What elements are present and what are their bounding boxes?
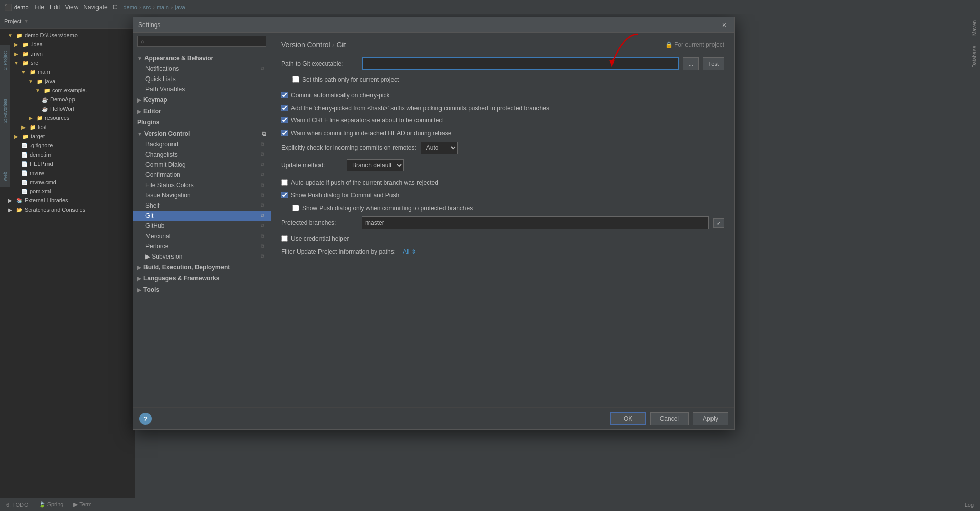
arrow-icon: ▶ — [12, 40, 20, 48]
protected-branches-input[interactable] — [362, 216, 709, 229]
apply-button[interactable]: Apply — [693, 412, 728, 425]
nav-item-confirmation[interactable]: Confirmation ⧉ — [133, 170, 271, 180]
cancel-button[interactable]: Cancel — [650, 412, 689, 425]
test-button[interactable]: Test — [703, 57, 724, 70]
tree-item-helloworld[interactable]: ☕ HelloWorl — [0, 104, 135, 113]
menu-navigate[interactable]: Navigate — [83, 4, 107, 11]
nav-copy-icon: ⧉ — [258, 243, 266, 249]
nav-item-perforce[interactable]: Perforce ⧉ — [133, 241, 271, 251]
cb-path-only[interactable] — [292, 76, 299, 83]
nav-section-build[interactable]: ▶ Build, Execution, Deployment — [133, 262, 271, 273]
cb-credential[interactable] — [281, 235, 288, 242]
folder-icon: 📁 — [36, 114, 44, 122]
nav-section-languages[interactable]: ▶ Languages & Frameworks — [133, 273, 271, 284]
settings-search-input[interactable] — [137, 36, 266, 47]
folder-icon: ▼ — [6, 31, 14, 39]
tree-item-help[interactable]: 📄 HELP.md — [0, 159, 135, 168]
settings-breadcrumb: Version Control › Git — [281, 41, 346, 49]
nav-item-background[interactable]: Background ⧉ — [133, 139, 271, 149]
nav-item-path-variables[interactable]: Path Variables — [133, 84, 271, 94]
tree-item-demo[interactable]: ▼ 📁 demo D:\Users\demo — [0, 31, 135, 40]
side-tab-favorites[interactable]: 2: Favorites — [2, 95, 9, 127]
expand-arrow: ▶ — [137, 276, 141, 282]
git-path-input[interactable] — [362, 57, 679, 70]
nav-section-vcs[interactable]: ▼ Version Control ⧉ — [133, 128, 271, 139]
bottom-tab-todo[interactable]: 6: TODO — [3, 501, 32, 509]
side-tab-project[interactable]: 1: Project — [2, 47, 9, 74]
for-project-label: 🔒 For current project — [665, 41, 724, 48]
cb-crlf-row: Warn if CRLF line separators are about t… — [281, 116, 724, 125]
nav-item-quick-lists[interactable]: Quick Lists — [133, 74, 271, 84]
nav-copy-icon: ⧉ — [258, 66, 266, 72]
tree-item-resources[interactable]: ▶ 📁 resources — [0, 113, 135, 122]
cb-cherry-suffix[interactable] — [281, 105, 288, 111]
nav-item-shelf[interactable]: Shelf ⧉ — [133, 200, 271, 211]
nav-item-issue-navigation[interactable]: Issue Navigation ⧉ — [133, 190, 271, 200]
tree-item-demoapp[interactable]: ☕ DemoApp — [0, 95, 135, 104]
tree-item-demo-iml[interactable]: 📄 demo.iml — [0, 150, 135, 159]
tree-item-idea[interactable]: ▶ 📁 .idea — [0, 40, 135, 49]
tree-item-main[interactable]: ▼ 📁 main — [0, 67, 135, 76]
nav-item-git[interactable]: Git ⧉ — [133, 211, 271, 221]
tree-item-src[interactable]: ▼ 📁 src — [0, 58, 135, 67]
cb-cherry-pick[interactable] — [281, 92, 288, 98]
nav-item-changelists[interactable]: Changelists ⧉ — [133, 149, 271, 160]
tree-item-test[interactable]: ▶ 📁 test — [0, 122, 135, 132]
dialog-close-button[interactable]: × — [719, 20, 729, 30]
tree-item-gitignore[interactable]: 📄 .gitignore — [0, 141, 135, 150]
tree-item-external-libs[interactable]: ▶ 📚 External Libraries — [0, 196, 135, 205]
bottom-tab-spring[interactable]: 🍃 Spring — [36, 500, 67, 509]
nav-item-file-status-colors[interactable]: File Status Colors ⧉ — [133, 180, 271, 190]
tree-item-pom[interactable]: 📄 pom.xml — [0, 187, 135, 196]
side-tab-web[interactable]: Web — [2, 168, 9, 185]
incoming-select[interactable]: Auto Always Never — [421, 142, 458, 154]
help-button[interactable]: ? — [139, 413, 152, 425]
update-method-select[interactable]: Branch default Merge Rebase — [347, 159, 404, 171]
git-path-row: Path to Git executable: ... Test — [281, 57, 724, 70]
for-project-icon: 🔒 — [665, 41, 673, 48]
tree-item-scratches[interactable]: ▶ 📂 Scratches and Consoles — [0, 205, 135, 214]
ok-button[interactable]: OK — [610, 412, 646, 425]
menu-c[interactable]: C — [113, 4, 117, 11]
filter-update-label: Filter Update Project information by pat… — [281, 248, 396, 256]
side-tab-database[interactable]: Database — [971, 42, 978, 72]
panel-dropdown-icon[interactable]: ▼ — [23, 18, 29, 24]
cb-detached[interactable] — [281, 130, 288, 136]
bottom-tab-terminal[interactable]: ▶ Term — [70, 500, 94, 509]
tree-item-target[interactable]: ▶ 📁 target — [0, 132, 135, 141]
tree-item-mvnw-cmd[interactable]: 📄 mvnw.cmd — [0, 177, 135, 187]
nav-section-appearance[interactable]: ▼ Appearance & Behavior — [133, 53, 271, 64]
cb-push-dialog[interactable] — [281, 192, 288, 198]
top-bar: ⬛ demo File Edit View Navigate C demo › … — [0, 0, 980, 14]
filter-value[interactable]: All ⇕ — [403, 248, 416, 256]
cb-auto-update[interactable] — [281, 179, 288, 186]
nav-item-mercurial[interactable]: Mercurial ⧉ — [133, 231, 271, 241]
tree-item-java[interactable]: ▼ 📁 java — [0, 76, 135, 86]
nav-section-label: Languages & Frameworks — [143, 275, 219, 282]
cb-crlf[interactable] — [281, 117, 288, 123]
cb-credential-label: Use credential helper — [291, 235, 349, 243]
breadcrumb: demo › src › main › java — [123, 4, 976, 10]
nav-section-editor[interactable]: ▶ Editor — [133, 106, 271, 117]
cb-push-protected[interactable] — [292, 205, 299, 211]
browse-button[interactable]: ... — [683, 57, 699, 70]
expand-protected-button[interactable]: ⤢ — [713, 218, 724, 228]
nav-section-plugins[interactable]: Plugins — [133, 117, 271, 128]
menu-file[interactable]: File — [35, 4, 44, 11]
bottom-tab-log[interactable]: Log — [962, 501, 977, 509]
tree-item-mvnw[interactable]: 📄 mvnw — [0, 168, 135, 177]
side-tab-maven[interactable]: Maven — [971, 16, 978, 40]
nav-item-github[interactable]: GitHub ⧉ — [133, 221, 271, 231]
menu-edit[interactable]: Edit — [50, 4, 60, 11]
protected-label: Protected branches: — [281, 219, 358, 226]
nav-copy-icon: ⧉ — [258, 141, 266, 147]
project-panel: Project ▼ ▼ 📁 demo D:\Users\demo ▶ 📁 .id… — [0, 14, 135, 498]
nav-section-keymap[interactable]: ▶ Keymap — [133, 94, 271, 106]
tree-item-com[interactable]: ▼ 📁 com.example. — [0, 86, 135, 95]
nav-section-tools[interactable]: ▶ Tools — [133, 284, 271, 295]
nav-item-commit-dialog[interactable]: Commit Dialog ⧉ — [133, 160, 271, 170]
tree-item-mvn[interactable]: ▶ 📁 .mvn — [0, 49, 135, 58]
nav-item-subversion[interactable]: ▶ Subversion ⧉ — [133, 251, 271, 262]
menu-view[interactable]: View — [65, 4, 79, 11]
nav-item-notifications[interactable]: Notifications ⧉ — [133, 64, 271, 74]
